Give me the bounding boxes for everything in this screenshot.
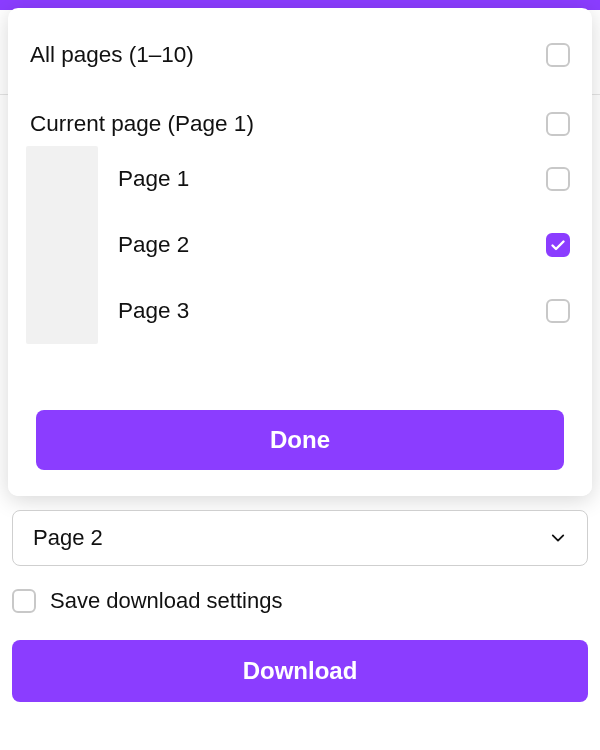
check-icon (550, 237, 566, 253)
page-row[interactable]: Page 1 (8, 146, 592, 212)
done-button[interactable]: Done (36, 410, 564, 470)
lower-controls: Page 2 Save download settings Download (12, 510, 588, 702)
save-settings-row[interactable]: Save download settings (12, 588, 588, 614)
all-pages-row[interactable]: All pages (1–10) (8, 8, 592, 102)
page-row[interactable]: Page 2 (8, 212, 592, 278)
page-list: Page 1Page 2Page 3 (8, 146, 592, 344)
page-checkbox[interactable] (546, 233, 570, 257)
page-select-value: Page 2 (33, 525, 103, 551)
download-button[interactable]: Download (12, 640, 588, 702)
page-select-dropdown: All pages (1–10) Current page (Page 1) P… (8, 8, 592, 496)
save-settings-label: Save download settings (50, 588, 282, 614)
page-checkbox[interactable] (546, 167, 570, 191)
page-label: Page 1 (118, 166, 546, 192)
all-pages-checkbox[interactable] (546, 43, 570, 67)
save-settings-checkbox[interactable] (12, 589, 36, 613)
page-checkbox[interactable] (546, 299, 570, 323)
page-label: Page 2 (118, 232, 546, 258)
page-label: Page 3 (118, 298, 546, 324)
page-select-scroll[interactable]: All pages (1–10) Current page (Page 1) P… (8, 8, 592, 390)
current-page-checkbox[interactable] (546, 112, 570, 136)
page-select-field[interactable]: Page 2 (12, 510, 588, 566)
chevron-down-icon (549, 529, 567, 547)
current-page-label: Current page (Page 1) (30, 111, 254, 137)
page-row[interactable]: Page 3 (8, 278, 592, 344)
current-page-row[interactable]: Current page (Page 1) (8, 102, 592, 146)
dropdown-footer: Done (8, 390, 592, 496)
all-pages-label: All pages (1–10) (30, 42, 194, 68)
